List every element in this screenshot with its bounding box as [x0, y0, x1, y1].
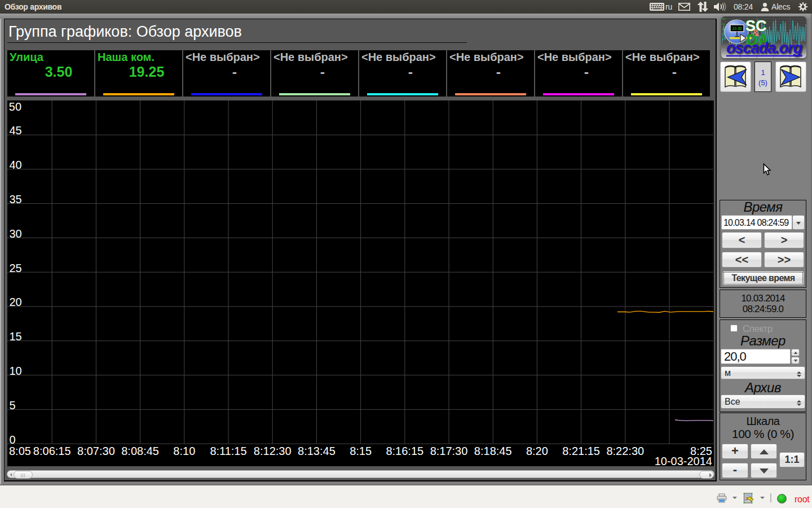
svg-text:oscada.org: oscada.org — [726, 40, 803, 56]
svg-text:10-03-2014: 10-03-2014 — [655, 455, 712, 466]
svg-text:8:18:45: 8:18:45 — [474, 445, 512, 457]
svg-text:25: 25 — [10, 262, 22, 274]
svg-text:8:08:45: 8:08:45 — [121, 445, 159, 457]
svg-text:8:15: 8:15 — [350, 445, 372, 457]
svg-text:8:05: 8:05 — [9, 445, 31, 457]
svg-text:45: 45 — [10, 124, 22, 137]
svg-text:20: 20 — [10, 296, 22, 308]
svg-text:50: 50 — [9, 100, 21, 113]
svg-text:40: 40 — [10, 159, 22, 171]
svg-text:200: 200 — [722, 23, 725, 25]
svg-text:8:10: 8:10 — [173, 445, 195, 457]
svg-text:8:07:30: 8:07:30 — [77, 445, 115, 457]
svg-text:35: 35 — [10, 193, 22, 205]
svg-text:8:06:15: 8:06:15 — [33, 445, 71, 457]
svg-text:8:13:45: 8:13:45 — [298, 445, 336, 457]
svg-text:8:21:15: 8:21:15 — [562, 445, 600, 457]
svg-text:8:22:30: 8:22:30 — [606, 445, 644, 457]
svg-text:15: 15 — [10, 330, 22, 343]
svg-text:8:12:30: 8:12:30 — [254, 445, 292, 457]
svg-text:10: 10 — [10, 365, 22, 377]
svg-text:30: 30 — [10, 227, 22, 240]
svg-text:8:20: 8:20 — [526, 445, 548, 457]
svg-text:10.95: 10.95 — [732, 27, 742, 30]
svg-text:5: 5 — [10, 399, 16, 411]
svg-text:8:16:15: 8:16:15 — [386, 445, 423, 457]
svg-text:8:11:15: 8:11:15 — [210, 445, 246, 457]
svg-text:8:17:30: 8:17:30 — [430, 445, 468, 457]
svg-text:250: 250 — [722, 18, 725, 20]
svg-text:0: 0 — [10, 433, 16, 446]
